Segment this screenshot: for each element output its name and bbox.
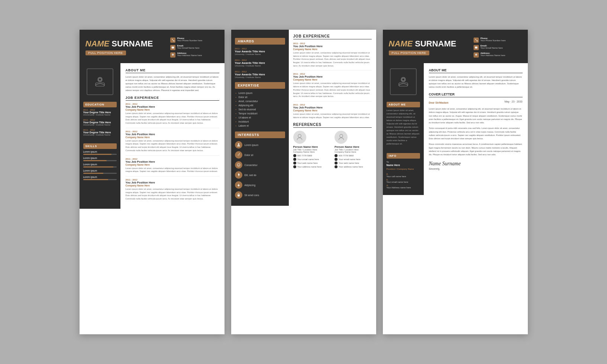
- address-item-1: Address: Your Address Name here: [170, 52, 219, 58]
- interest-icon-paw: [235, 191, 242, 199]
- divider-2-0: [293, 70, 372, 71]
- svg-point-7: [237, 163, 240, 166]
- interest-2-1: Dolor sit: [235, 151, 285, 159]
- expertise-2-1: Dolor sit: [235, 95, 285, 99]
- phone-item-1: Phone: Your Phone Number here: [170, 37, 219, 43]
- job-1-3: 2011 - 2012 You Job Position Here Compan…: [126, 179, 219, 201]
- expertise-2-6: Ut labore et: [235, 116, 285, 120]
- about-main-text-3: Lorem ipsum dolor sit amet, consectetur …: [429, 75, 523, 89]
- name-block-3: NAME SURNAME: [389, 39, 470, 49]
- cover-para-3-1: Tortor consequat id porta nibh venenatis…: [429, 127, 523, 140]
- cv-body-1: EDUCATION 2011 - 2012 Your Degree Title …: [80, 63, 225, 209]
- email-item-1: Email: Your Email Name here: [170, 45, 219, 50]
- ref-item-2-0: Person Name Here Job Title / Location He…: [293, 131, 330, 169]
- name-last-1: SURNAME: [112, 39, 153, 49]
- ref-grid-2: Person Name Here Job Title / Location He…: [293, 131, 372, 169]
- interest-2-5: Sit amet cons: [235, 191, 285, 199]
- award-2-2: 2011 - 2012 Your Awards Title Here Unive…: [235, 71, 285, 78]
- svg-rect-13: [475, 46, 477, 48]
- ref-email-icon-2-1: [335, 158, 338, 161]
- name-first-3: NAME: [389, 39, 413, 49]
- svg-point-1: [172, 54, 173, 55]
- job-1-2: 2011 - 2012 You Job Position Here Compan…: [126, 158, 219, 173]
- header-right-3: Phone: Your Phone Number here Email: You…: [474, 37, 522, 58]
- job-1-1: 2011 - 2012 You Job Position Here Compan…: [126, 130, 219, 152]
- interest-2-4: Adipiscing: [235, 181, 285, 189]
- interest-icon-plane: [235, 181, 242, 189]
- phone-icon-1: [170, 38, 175, 43]
- award-2-1: 2011 - 2012 Your Awards Title Here Unive…: [235, 59, 285, 67]
- showcase-container: NAME SURNAME FULL POSITION HERE Phone: Y…: [80, 30, 528, 334]
- signature-3: Name Surname: [429, 161, 523, 167]
- interest-2-3: Elit, sed do: [235, 171, 285, 179]
- about-title-1: ABOUT ME: [126, 68, 219, 73]
- interest-2-0: Lorem ipsum: [235, 141, 285, 149]
- header-right-1: Phone: Your Phone Number here Email: You…: [170, 37, 219, 58]
- expertise-2-2: Amet, consectetur: [235, 99, 285, 103]
- photo-placeholder-3: [390, 68, 417, 95]
- cover-letter-title-3: COVER LETTER: [429, 92, 523, 97]
- ref-title-2: REFERENCES: [293, 123, 372, 128]
- info-phone-3: Your call name here: [387, 175, 420, 178]
- position-badge-1: FULL POSITION HERE: [85, 51, 126, 55]
- skills-section-1: SKILLS Lorem ipsum Lorem ipsum Lorem ips…: [83, 143, 117, 182]
- cv-body-2: AWARDS 2011 - 2012 Your Awards Title Her…: [231, 30, 376, 206]
- svg-point-10: [238, 194, 238, 195]
- address-text-1: Address: Your Address Name here: [177, 52, 202, 56]
- experience-title-1: JOB EXPERIENCE: [126, 96, 219, 101]
- job-2-2: 2011 - 2012 You Job Position Here Compan…: [293, 104, 372, 119]
- job-2-0: 2011 - 2012 You Job Position Here Compan…: [293, 42, 372, 67]
- header-left-1: NAME SURNAME FULL POSITION HERE: [85, 39, 167, 55]
- about-section-3: ABOUT ME Lorem ipsum dolor sit amet, con…: [387, 102, 420, 146]
- skill-1-2: Lorem ipsum: [83, 163, 117, 168]
- sincerely-3: Sincerely,: [429, 168, 523, 170]
- email-icon-3: [474, 45, 479, 50]
- interest-icon-leaf: [235, 171, 242, 179]
- ref-phone-icon-2-1: [335, 154, 338, 157]
- cover-para-3-2: Risus commodo viverra maecenas accumsan …: [429, 143, 523, 156]
- email-icon-1: [170, 45, 175, 50]
- info-email-3: Your email name here: [387, 181, 420, 183]
- ref-photo-2-0: [293, 131, 306, 144]
- phone-item-3: Phone: Your Phone Number here: [474, 37, 522, 43]
- skill-1-4: Lorem ipsum: [83, 176, 117, 180]
- edu-item-1-1: 2011 - 2012 Your Degree Title Here Unive…: [83, 119, 117, 126]
- info-to-3: To: [387, 161, 420, 163]
- info-name-3: Name Here: [387, 164, 420, 166]
- info-section-3: INFO To Name Here Position / Company Nam…: [387, 153, 420, 190]
- ref-web-icon-2-1: [335, 162, 338, 165]
- svg-point-11: [239, 194, 240, 195]
- cv-main-3: ABOUT ME Lorem ipsum dolor sit amet, con…: [424, 63, 528, 195]
- phone-icon-3: [474, 38, 479, 43]
- svg-point-17: [402, 78, 405, 81]
- phone-text-1: Phone: Your Phone Number here: [177, 37, 203, 42]
- address-icon-1: [170, 52, 175, 58]
- ref-web-icon-2-0: [293, 162, 296, 165]
- cv-card-1: NAME SURNAME FULL POSITION HERE Phone: Y…: [80, 30, 225, 334]
- cv-header-3: NAME SURNAME FULL POSITION HERE Phone: Y…: [383, 30, 528, 63]
- cv-sidebar-2: AWARDS 2011 - 2012 Your Awards Title Her…: [231, 30, 289, 206]
- interest-icon-person: [235, 141, 242, 149]
- expertise-2-4: Sed do eiusmod: [235, 107, 285, 111]
- expertise-2-8: Labore et: [235, 124, 285, 128]
- address-text-3: Address: Your Address Name here: [481, 52, 506, 56]
- interests-title-2: INTERESTS: [235, 131, 285, 138]
- cv-body-3: ABOUT ME Lorem ipsum dolor sit amet, con…: [383, 63, 528, 195]
- expertise-2-0: Lorem ipsum: [235, 91, 285, 95]
- cv-main-1: ABOUT ME Lorem ipsum dolor sit amet, con…: [120, 63, 225, 209]
- education-title-1: EDUCATION: [83, 102, 117, 107]
- cv-sidebar-3: ABOUT ME Lorem ipsum dolor sit amet, con…: [383, 63, 424, 195]
- cv-card-2: AWARDS 2011 - 2012 Your Awards Title Her…: [231, 30, 376, 334]
- photo-placeholder-1: [87, 68, 113, 95]
- interest-2-2: Consectetur: [235, 161, 285, 169]
- svg-point-4: [99, 78, 101, 81]
- email-item-3: Email: Your Email Name here: [474, 45, 522, 50]
- cover-date-3: May · 23 · 2033: [504, 100, 522, 103]
- email-text-1: Email: Your Email Name here: [177, 45, 200, 49]
- skill-1-3: Lorem ipsum: [83, 169, 117, 174]
- skills-title-1: SKILLS: [83, 143, 117, 149]
- about-sidebar-title-3: ABOUT ME: [387, 102, 420, 107]
- email-text-3: Email: Your Email Name here: [481, 45, 503, 49]
- cv-card-3: NAME SURNAME FULL POSITION HERE Phone: Y…: [383, 30, 528, 334]
- name-last-3: SURNAME: [415, 39, 456, 49]
